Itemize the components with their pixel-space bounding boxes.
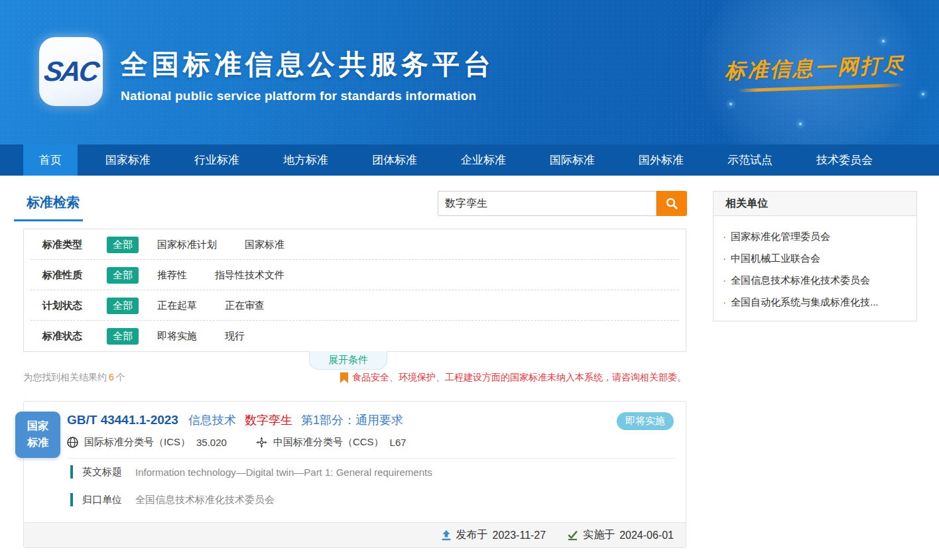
committee-value: 全国信息技术标准化技术委员会 — [135, 494, 275, 506]
site-subtitle: National public service platform for sta… — [121, 89, 495, 103]
bullet: · — [723, 296, 726, 308]
results-notice: 食品安全、环境保护、工程建设方面的国家标准未纳入本系统，请咨询相关部委。 — [340, 372, 686, 384]
implement-check-icon — [567, 530, 578, 541]
filter-option[interactable]: 现行 — [225, 330, 245, 343]
nav-item-international-standards[interactable]: 国际标准 — [534, 144, 611, 176]
implemented-label: 实施于 — [583, 528, 615, 542]
filter-option[interactable]: 推荐性 — [157, 269, 187, 282]
related-units-panel: 相关单位 · 国家标准化管理委员会 · 中国机械工业联合会 · 全国信息技术标准… — [713, 191, 917, 321]
filter-option[interactable]: 正在起草 — [157, 300, 197, 312]
results-summary-suffix: 个 — [116, 372, 125, 382]
standard-code: GB/T 43441.1-2023 — [67, 413, 178, 427]
classification-row: 国际标准分类号（ICS） 35.020 中国标准分类号（CCS） L67 — [67, 436, 407, 449]
related-unit-link[interactable]: · 全国信息技术标准化技术委员会 — [714, 265, 916, 287]
filter-selected-all[interactable]: 全部 — [107, 237, 139, 253]
site-title-block: 全国标准信息公共服务平台 National public service pla… — [121, 46, 495, 103]
bookmark-icon — [340, 372, 348, 383]
standard-card: 国家 标准 GB/T 43441.1-2023 信息技术 数字孪生 第1部分：通… — [23, 401, 686, 548]
filter-selected-all[interactable]: 全部 — [107, 328, 139, 345]
bullet: · — [723, 252, 726, 264]
filter-option[interactable]: 指导性技术文件 — [215, 269, 284, 282]
bullet: · — [723, 231, 726, 242]
standard-title-link[interactable]: GB/T 43441.1-2023 信息技术 数字孪生 第1部分：通用要求 — [67, 412, 403, 428]
results-summary: 为您找到相关结果约6个 — [23, 372, 125, 384]
nav-item-pilot-programs[interactable]: 示范试点 — [712, 144, 788, 176]
filter-row-standard-nature: 标准性质 全部 推荐性 指导性技术文件 — [24, 260, 686, 290]
filter-option[interactable]: 国家标准计划 — [157, 239, 217, 251]
page: SAC 全国标准信息公共服务平台 National public service… — [0, 0, 939, 560]
related-units-title: 相关单位 — [713, 191, 917, 216]
sac-logo-text: SAC — [42, 56, 99, 87]
tab-standard-search[interactable]: 标准检索 — [27, 194, 80, 211]
nav-item-enterprise-standards[interactable]: 企业标准 — [445, 144, 522, 176]
sac-logo[interactable]: SAC — [39, 37, 103, 106]
related-unit-link[interactable]: · 全国自动化系统与集成标准化技... — [714, 287, 916, 309]
search-button[interactable] — [657, 191, 687, 216]
nav-item-industry-standards[interactable]: 行业标准 — [178, 144, 255, 176]
related-unit-link[interactable]: · 国家标准化管理委员会 — [714, 221, 916, 243]
english-title-value: Information technology—Digital twin—Part… — [135, 467, 432, 478]
ics-label: 国际标准分类号（ICS） — [84, 436, 190, 449]
filter-row-plan-status: 计划状态 全部 正在起草 正在审查 — [24, 290, 686, 321]
filter-selected-all[interactable]: 全部 — [107, 298, 139, 314]
published-group: 发布于 2023-11-27 — [441, 528, 546, 542]
status-badge: 即将实施 — [617, 412, 674, 430]
site-header: SAC 全国标准信息公共服务平台 National public service… — [0, 0, 939, 144]
standard-title-part1: 信息技术 — [188, 414, 236, 427]
nav-item-technical-committees[interactable]: 技术委员会 — [800, 144, 889, 176]
results-count: 6 — [109, 372, 114, 382]
globe-icon — [67, 437, 78, 448]
nav-item-home[interactable]: 首页 — [23, 144, 78, 176]
nav-item-group-standards[interactable]: 团体标准 — [356, 144, 433, 176]
type-badge-line1: 国家 — [27, 418, 48, 435]
filter-option[interactable]: 正在审查 — [225, 300, 265, 312]
standard-title-highlight: 数字孪生 — [245, 414, 292, 427]
detail-accent-bar — [70, 465, 73, 478]
expand-conditions-button[interactable]: 展开条件 — [309, 351, 387, 370]
related-units-list: · 国家标准化管理委员会 · 中国机械工业联合会 · 全国信息技术标准化技术委员… — [713, 216, 917, 321]
nav-item-national-standards[interactable]: 国家标准 — [90, 144, 166, 176]
filter-label: 标准类型 — [42, 239, 107, 251]
related-unit-label: 全国自动化系统与集成标准化技... — [731, 296, 879, 309]
committee-label: 归口单位 — [82, 494, 135, 506]
publish-icon — [441, 530, 452, 541]
english-title-row: 英文标题 Information technology—Digital twin… — [70, 465, 432, 478]
bullet: · — [723, 274, 726, 286]
published-date: 2023-11-27 — [493, 530, 546, 541]
filter-label: 标准性质 — [42, 269, 107, 282]
ccs-label: 中国标准分类号（CCS） — [273, 436, 384, 449]
filter-label: 标准状态 — [42, 330, 107, 343]
results-summary-prefix: 为您找到相关结果约 — [23, 372, 107, 382]
nav-item-foreign-standards[interactable]: 国外标准 — [623, 144, 700, 176]
standard-title-part2: 第1部分：通用要求 — [301, 414, 403, 427]
results-notice-text: 食品安全、环境保护、工程建设方面的国家标准未纳入本系统，请咨询相关部委。 — [352, 372, 686, 384]
filter-option[interactable]: 即将实施 — [157, 330, 197, 343]
card-footer: 发布于 2023-11-27 实施于 2024-06-01 — [24, 522, 686, 547]
published-label: 发布于 — [456, 528, 488, 542]
committee-row: 归口单位 全国信息技术标准化技术委员会 — [70, 493, 275, 506]
related-unit-label: 国家标准化管理委员会 — [731, 231, 830, 243]
search-input[interactable] — [438, 191, 657, 216]
implemented-group: 实施于 2024-06-01 — [567, 528, 674, 542]
nav-item-local-standards[interactable]: 地方标准 — [267, 144, 344, 176]
ccs-value: L67 — [390, 437, 407, 448]
standard-type-badge: 国家 标准 — [15, 412, 60, 458]
site-title: 全国标准信息公共服务平台 — [121, 46, 495, 83]
card-divider — [67, 458, 676, 459]
filter-row-standard-type: 标准类型 全部 国家标准计划 国家标准 — [24, 229, 686, 260]
search-icon — [665, 197, 678, 210]
filter-row-standard-status: 标准状态 全部 即将实施 现行 — [24, 321, 686, 351]
spark-dot — [799, 123, 802, 125]
search-tab-underline — [14, 219, 83, 221]
english-title-label: 英文标题 — [82, 466, 135, 478]
filter-option[interactable]: 国家标准 — [245, 239, 284, 251]
filter-label: 计划状态 — [42, 300, 107, 312]
compass-icon — [256, 437, 267, 448]
main-nav: 首页 国家标准 行业标准 地方标准 团体标准 企业标准 国际标准 国外标准 示范… — [0, 144, 939, 176]
spark-dot — [882, 40, 885, 42]
filter-selected-all[interactable]: 全部 — [107, 267, 139, 284]
related-unit-label: 中国机械工业联合会 — [731, 252, 820, 265]
filter-panel: 标准类型 全部 国家标准计划 国家标准 标准性质 全部 推荐性 指导性技术文件 … — [23, 229, 686, 352]
related-unit-link[interactable]: · 中国机械工业联合会 — [714, 243, 916, 265]
spark-dot — [922, 93, 924, 95]
